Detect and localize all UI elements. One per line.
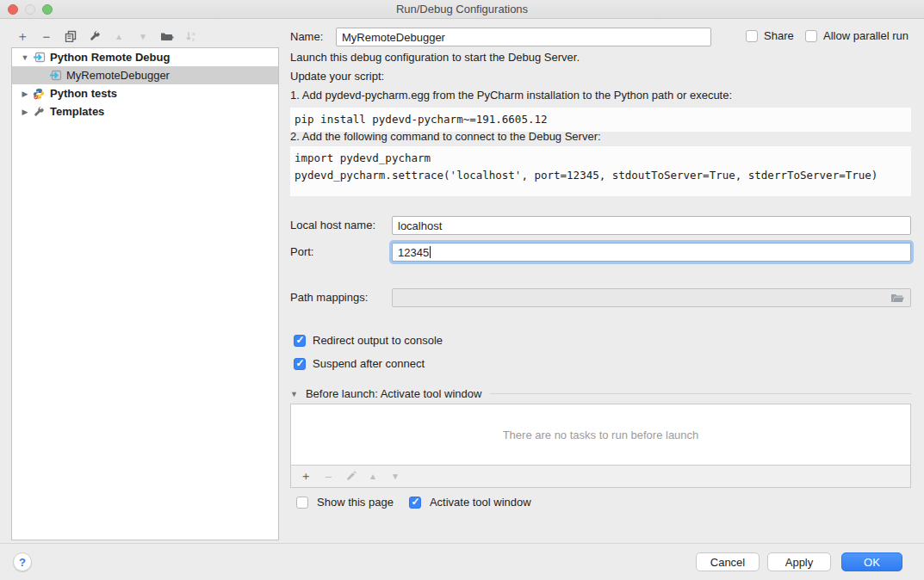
share-checkbox-group[interactable]: Share: [746, 29, 794, 42]
ok-button[interactable]: OK: [841, 552, 902, 571]
help-question-icon: ?: [19, 556, 26, 569]
tasks-empty-area: There are no tasks to run before launch: [290, 404, 911, 465]
before-launch-title: Before launch: Activate tool window: [306, 387, 482, 400]
templates-wrench-icon: [33, 106, 47, 118]
port-input[interactable]: 12345: [392, 243, 911, 262]
copy-icon: [65, 30, 77, 42]
help-button[interactable]: ?: [13, 552, 32, 571]
port-label: Port:: [290, 245, 313, 258]
configuration-form: Name: Share Allow parallel run Launch th…: [290, 0, 913, 542]
path-mappings-input[interactable]: [392, 288, 911, 307]
show-this-page-label: Show this page: [317, 496, 394, 509]
browse-folder-icon[interactable]: [890, 293, 905, 304]
configurations-toolbar: ＋ − ▲ ▼ a z: [16, 28, 198, 45]
activate-tool-window-label: Activate tool window: [430, 496, 531, 509]
edit-task-button: [344, 471, 357, 483]
copy-configuration-button[interactable]: [64, 29, 78, 43]
sort-az-button: a z: [184, 29, 198, 43]
share-checkbox[interactable]: [746, 30, 758, 42]
remove-configuration-button[interactable]: −: [40, 29, 53, 43]
port-value: 12345: [398, 246, 429, 259]
section-divider: [490, 393, 911, 394]
host-label: Local host name:: [290, 219, 375, 231]
name-row: Name: Share Allow parallel run: [290, 28, 913, 46]
configurations-tree: ▼ Python Remote Debug ▼ MyRemoteDebugger: [11, 47, 279, 540]
sort-az-icon: a z: [185, 30, 197, 42]
redirect-output-row[interactable]: Redirect output to console: [294, 334, 443, 347]
allow-parallel-checkbox-group[interactable]: Allow parallel run: [805, 29, 908, 42]
instruction-line-2: Update your script:: [290, 70, 384, 83]
text-caret: [430, 246, 431, 258]
local-host-name-input[interactable]: [392, 216, 911, 235]
allow-parallel-run-checkbox[interactable]: [805, 30, 817, 42]
tree-item-label: Python tests: [50, 87, 117, 100]
remote-debug-icon: [49, 70, 63, 82]
move-up-button: ▲: [112, 29, 126, 43]
svg-text:a: a: [192, 31, 195, 36]
tree-item-label: MyRemoteDebugger: [66, 69, 170, 82]
svg-text:z: z: [192, 37, 195, 42]
move-task-down-button: ▼: [389, 471, 401, 483]
path-mappings-label: Path mappings:: [290, 291, 368, 304]
share-label: Share: [764, 29, 794, 42]
chevron-expanded-icon[interactable]: ▼: [21, 53, 29, 62]
activate-tool-window-checkbox[interactable]: [409, 497, 421, 509]
apply-button[interactable]: Apply: [767, 552, 831, 571]
instruction-line-1: Launch this debug configuration to start…: [290, 51, 580, 64]
allow-parallel-run-label: Allow parallel run: [823, 29, 908, 42]
suspend-after-connect-row[interactable]: Suspend after connect: [294, 357, 425, 370]
wrench-icon: [89, 30, 101, 42]
add-configuration-button[interactable]: ＋: [16, 29, 29, 43]
redirect-output-checkbox[interactable]: [294, 335, 306, 347]
cancel-button[interactable]: Cancel: [696, 552, 760, 571]
tasks-toolbar: ＋ − ▲ ▼: [290, 465, 911, 488]
before-launch-tasks: There are no tasks to run before launch …: [290, 404, 911, 488]
instruction-step-1: 1. Add pydevd-pycharm.egg from the PyCha…: [290, 89, 732, 102]
add-task-button[interactable]: ＋: [300, 471, 312, 483]
dialog-footer: ? Cancel Apply OK: [0, 543, 924, 580]
chevron-collapsed-icon[interactable]: ▶: [21, 108, 29, 116]
host-row: Local host name:: [290, 216, 911, 235]
show-this-page-checkbox[interactable]: [296, 497, 308, 509]
tree-item-python-remote-debug[interactable]: ▼ Python Remote Debug: [12, 48, 278, 66]
path-mappings-row: Path mappings:: [290, 288, 911, 307]
redirect-output-label: Redirect output to console: [313, 334, 443, 347]
before-launch-header[interactable]: ▼ Before launch: Activate tool window: [290, 387, 911, 400]
run-debug-configurations-dialog: Run/Debug Configurations ＋ − ▲ ▼: [0, 0, 924, 580]
page-options-row: Show this page Activate tool window: [296, 496, 531, 509]
tree-item-label: Templates: [50, 105, 104, 118]
folder-plus-icon: [160, 30, 174, 42]
suspend-after-connect-label: Suspend after connect: [313, 357, 425, 370]
move-down-button: ▼: [136, 29, 150, 43]
pip-install-code: pip install pydevd-pycharm~=191.6605.12: [290, 108, 911, 132]
settrace-code: import pydevd_pycharmpydevd_pycharm.sett…: [290, 146, 911, 196]
move-task-up-button: ▲: [367, 471, 379, 483]
tree-item-python-tests[interactable]: ▶ Python tests: [12, 84, 278, 102]
tree-item-myremotedebugger[interactable]: ▼ MyRemoteDebugger: [12, 66, 278, 84]
suspend-after-connect-checkbox[interactable]: [294, 358, 306, 370]
remote-debug-icon: [33, 52, 47, 64]
edit-defaults-button[interactable]: [88, 29, 102, 43]
instruction-step-2: 2. Add the following command to connect …: [290, 130, 601, 143]
port-row: Port: 12345: [290, 243, 911, 262]
python-tests-icon: [33, 88, 47, 100]
tree-item-label: Python Remote Debug: [50, 51, 170, 64]
pencil-icon: [345, 471, 357, 482]
name-label: Name:: [290, 30, 323, 43]
name-input[interactable]: [336, 28, 711, 46]
section-collapse-icon[interactable]: ▼: [290, 390, 298, 398]
chevron-collapsed-icon[interactable]: ▶: [21, 89, 29, 98]
remove-task-button: −: [322, 471, 334, 483]
tree-item-templates[interactable]: ▶ Templates: [12, 102, 278, 120]
tasks-empty-text: There are no tasks to run before launch: [503, 429, 699, 441]
new-folder-button[interactable]: [160, 29, 174, 43]
